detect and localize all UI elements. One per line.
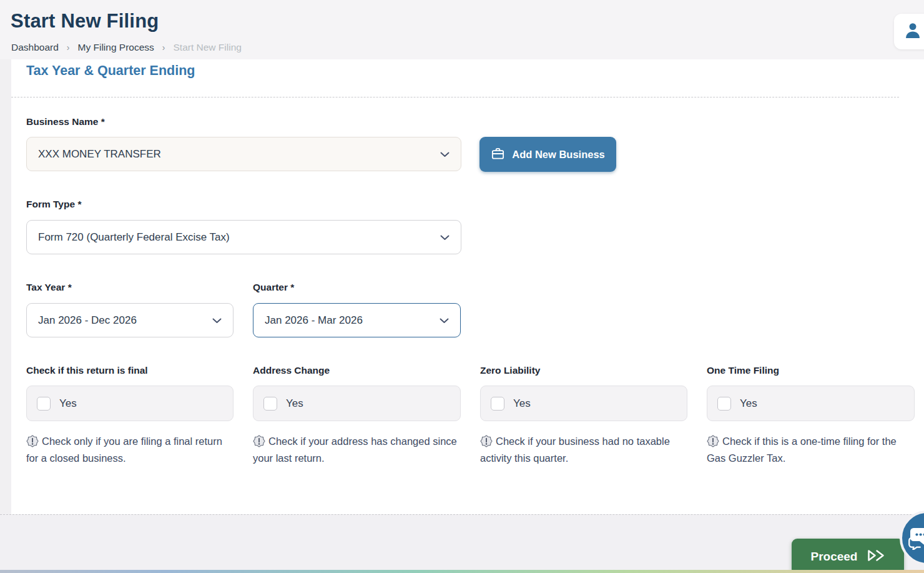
business-name-value: XXX MONEY TRANSFER [38,148,440,161]
address-change-checkbox[interactable] [263,397,277,411]
dashed-divider [11,97,899,97]
one-time-filing-checkbox[interactable] [717,397,731,411]
final-return-tile: Yes [26,386,233,421]
fast-forward-icon [866,548,885,566]
final-return-yes-label[interactable]: Yes [59,397,77,410]
alert-seal-icon [253,435,265,447]
address-change-tile: Yes [253,386,461,421]
breadcrumb: Dashboard › My Filing Process › Start Ne… [11,42,242,53]
form-type-label: Form Type * [26,199,81,210]
tax-year-value: Jan 2026 - Dec 2026 [38,314,212,327]
business-name-label: Business Name * [26,116,105,127]
page-title: Start New Filing [11,10,159,32]
business-name-select[interactable]: XXX MONEY TRANSFER [26,137,461,171]
start-new-filing-page: Start New Filing Dashboard › My Filing P… [0,0,924,573]
alert-seal-icon [707,435,719,447]
address-change-yes-label[interactable]: Yes [286,397,303,410]
final-return-checkbox[interactable] [37,397,51,411]
form-type-value: Form 720 (Quarterly Federal Excise Tax) [38,231,440,244]
bottom-gradient-strip [0,570,924,573]
zero-liability-label: Zero Liability [480,365,540,376]
one-time-filing-hint: Check if this is a one-time filing for t… [707,433,915,467]
chat-icon [906,524,924,552]
content-panel: Tax Year & Quarter Ending Business Name … [11,59,924,514]
address-change-hint-text: Check if your address has changed since … [253,436,457,464]
final-return-label: Check if this return is final [26,365,148,376]
tax-year-select[interactable]: Jan 2026 - Dec 2026 [26,303,233,337]
one-time-filing-tile: Yes [707,386,915,421]
tax-year-label: Tax Year * [26,282,72,293]
briefcase-icon [491,146,505,163]
proceed-label: Proceed [811,550,858,564]
zero-liability-hint: Check if your business had no taxable ac… [480,433,689,467]
breadcrumb-separator-icon: › [162,42,165,52]
breadcrumb-separator-icon: › [67,42,70,52]
zero-liability-tile: Yes [480,386,687,421]
add-new-business-label: Add New Business [512,149,605,161]
user-icon [903,21,923,43]
address-change-hint: Check if your address has changed since … [253,433,461,467]
breadcrumb-dashboard[interactable]: Dashboard [11,42,59,53]
quarter-label: Quarter * [253,282,294,293]
breadcrumb-my-filing-process[interactable]: My Filing Process [78,42,154,53]
chevron-down-icon [440,314,449,327]
address-change-label: Address Change [253,365,330,376]
one-time-filing-hint-text: Check if this is a one-time filing for t… [707,436,897,464]
alert-seal-icon [480,435,493,447]
zero-liability-hint-text: Check if your business had no taxable ac… [480,436,670,464]
chevron-down-icon [212,314,222,327]
one-time-filing-label: One Time Filing [707,365,779,376]
footer-bar [0,514,924,573]
one-time-filing-yes-label[interactable]: Yes [740,397,757,410]
left-margin-strip [0,59,11,514]
quarter-value: Jan 2026 - Mar 2026 [265,314,440,327]
quarter-select[interactable]: Jan 2026 - Mar 2026 [253,303,461,337]
form-type-select[interactable]: Form 720 (Quarterly Federal Excise Tax) [26,220,461,254]
section-title: Tax Year & Quarter Ending [26,63,195,79]
proceed-button[interactable]: Proceed [792,539,904,573]
chevron-down-icon [440,231,450,244]
zero-liability-yes-label[interactable]: Yes [513,397,531,410]
user-profile-button[interactable] [894,14,924,49]
add-new-business-button[interactable]: Add New Business [479,137,616,172]
final-return-hint-text: Check only if you are filing a final ret… [26,436,222,464]
breadcrumb-start-new-filing: Start New Filing [173,42,241,53]
final-return-hint: Check only if you are filing a final ret… [26,433,235,467]
chevron-down-icon [440,148,450,161]
alert-seal-icon [26,435,39,447]
zero-liability-checkbox[interactable] [491,397,504,411]
